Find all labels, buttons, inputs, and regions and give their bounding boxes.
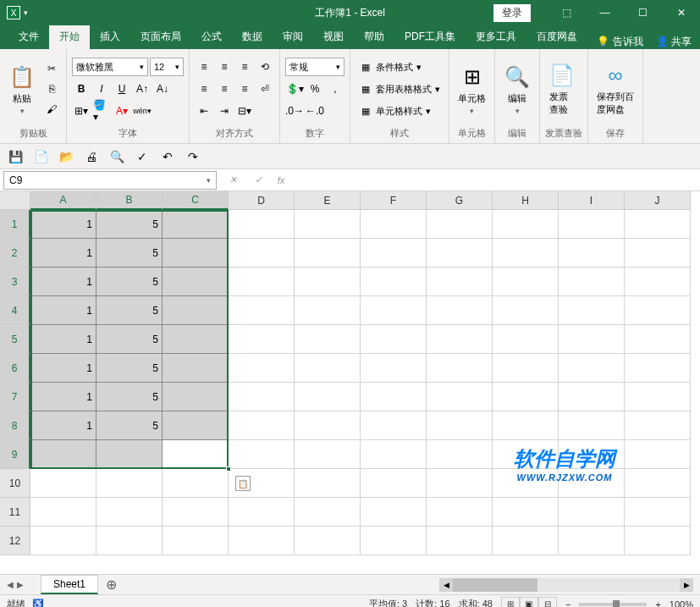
underline-button[interactable]: U: [113, 80, 131, 98]
cell-J9[interactable]: [625, 440, 691, 469]
editing-button[interactable]: 🔍 编辑 ▾: [500, 52, 534, 125]
invoice-button[interactable]: 📄 发票查验: [545, 52, 579, 125]
cell-H5[interactable]: [493, 325, 559, 354]
cell-I7[interactable]: [559, 383, 625, 411]
cell-B6[interactable]: 5: [96, 354, 163, 383]
formula-input[interactable]: [291, 171, 700, 190]
scroll-left-button[interactable]: ◀: [439, 578, 453, 592]
cell-A1[interactable]: 1: [30, 210, 96, 239]
cell-G7[interactable]: [427, 383, 493, 411]
accessibility-icon[interactable]: ♿: [32, 599, 44, 607]
number-format-combo[interactable]: 常规▾: [285, 58, 344, 76]
cell-J1[interactable]: [625, 210, 691, 239]
row-header-4[interactable]: 4: [0, 296, 30, 325]
cell-D1[interactable]: [229, 210, 295, 239]
cell-F11[interactable]: [361, 498, 427, 527]
row-header-8[interactable]: 8: [0, 411, 30, 440]
cell-C10[interactable]: [163, 469, 229, 498]
cell-A8[interactable]: 1: [30, 411, 96, 440]
select-all-corner[interactable]: [0, 191, 30, 210]
copy-button[interactable]: ⎘: [42, 80, 61, 98]
cell-F8[interactable]: [361, 411, 427, 440]
comma-button[interactable]: ,: [326, 80, 344, 98]
zoom-out-button[interactable]: −: [565, 599, 570, 608]
decrease-indent-button[interactable]: ⇤: [195, 102, 213, 120]
cell-F1[interactable]: [361, 210, 427, 239]
column-header-I[interactable]: I: [559, 191, 625, 210]
cell-B10[interactable]: [96, 469, 163, 498]
zoom-in-button[interactable]: +: [655, 599, 660, 608]
cell-H2[interactable]: [493, 239, 559, 268]
percent-button[interactable]: %: [306, 80, 324, 98]
zoom-level[interactable]: 100%: [670, 599, 693, 608]
cell-B5[interactable]: 5: [96, 325, 163, 354]
cell-D11[interactable]: [229, 498, 295, 527]
cell-E3[interactable]: [295, 268, 361, 296]
open-button[interactable]: 📂: [58, 148, 74, 165]
cell-J10[interactable]: [625, 469, 691, 498]
share-button[interactable]: 👤 共享: [656, 35, 692, 49]
tab-data[interactable]: 数据: [232, 25, 273, 49]
bold-button[interactable]: B: [72, 80, 91, 98]
cell-B12[interactable]: [96, 527, 163, 555]
cell-D9[interactable]: [229, 440, 295, 469]
cell-H7[interactable]: [493, 383, 559, 411]
page-break-button[interactable]: ⊟: [538, 597, 557, 608]
column-header-D[interactable]: D: [229, 191, 295, 210]
login-button[interactable]: 登录: [493, 4, 531, 22]
cell-B8[interactable]: 5: [96, 411, 163, 440]
column-header-E[interactable]: E: [295, 191, 361, 210]
autofill-options-icon[interactable]: 📋: [235, 476, 251, 491]
cell-D12[interactable]: [229, 527, 295, 555]
cell-A5[interactable]: 1: [30, 325, 96, 354]
align-right-button[interactable]: ≡: [235, 80, 254, 98]
cancel-button[interactable]: ✕: [220, 171, 245, 190]
cell-A11[interactable]: [30, 498, 96, 527]
cell-J4[interactable]: [625, 296, 691, 325]
cell-G10[interactable]: [427, 469, 493, 498]
cell-D6[interactable]: [229, 354, 295, 383]
cell-D4[interactable]: [229, 296, 295, 325]
cell-D8[interactable]: [229, 411, 295, 440]
cell-H3[interactable]: [493, 268, 559, 296]
scroll-thumb[interactable]: [453, 578, 537, 592]
sheet-nav-next[interactable]: ▶: [17, 580, 24, 589]
tab-insert[interactable]: 插入: [90, 25, 130, 49]
cell-A2[interactable]: 1: [30, 239, 96, 268]
cell-F12[interactable]: [361, 527, 427, 555]
cell-B2[interactable]: 5: [96, 239, 163, 268]
cell-B11[interactable]: [96, 498, 163, 527]
cell-E11[interactable]: [295, 498, 361, 527]
tab-pdf[interactable]: PDF工具集: [394, 25, 466, 49]
cell-A10[interactable]: [30, 469, 96, 498]
add-sheet-button[interactable]: ⊕: [102, 577, 120, 593]
tab-review[interactable]: 审阅: [273, 25, 313, 49]
cell-F5[interactable]: [361, 325, 427, 354]
scroll-right-button[interactable]: ▶: [680, 578, 693, 592]
cell-A9[interactable]: [30, 440, 96, 469]
new-button[interactable]: 📄: [32, 148, 49, 165]
row-header-10[interactable]: 10: [0, 469, 30, 498]
cell-C4[interactable]: [163, 296, 229, 325]
orientation-button[interactable]: ⟲: [256, 58, 274, 76]
cell-A6[interactable]: 1: [30, 354, 96, 383]
cell-E10[interactable]: [295, 469, 361, 498]
font-color-button[interactable]: A▾: [113, 102, 131, 120]
cells-button[interactable]: ⊞ 单元格 ▾: [455, 52, 489, 125]
row-header-7[interactable]: 7: [0, 383, 30, 411]
cell-H1[interactable]: [493, 210, 559, 239]
row-header-9[interactable]: 9: [0, 440, 30, 469]
cell-A12[interactable]: [30, 527, 96, 555]
cell-I8[interactable]: [559, 411, 625, 440]
row-header-5[interactable]: 5: [0, 325, 30, 354]
cell-E9[interactable]: [295, 440, 361, 469]
cell-B3[interactable]: 5: [96, 268, 163, 296]
cell-E2[interactable]: [295, 239, 361, 268]
cell-I5[interactable]: [559, 325, 625, 354]
column-header-G[interactable]: G: [427, 191, 493, 210]
column-header-C[interactable]: C: [163, 191, 229, 210]
enter-button[interactable]: ✓: [245, 171, 271, 190]
cell-C3[interactable]: [163, 268, 229, 296]
phonetic-button[interactable]: wén▾: [133, 102, 152, 120]
tab-layout[interactable]: 页面布局: [130, 25, 191, 49]
